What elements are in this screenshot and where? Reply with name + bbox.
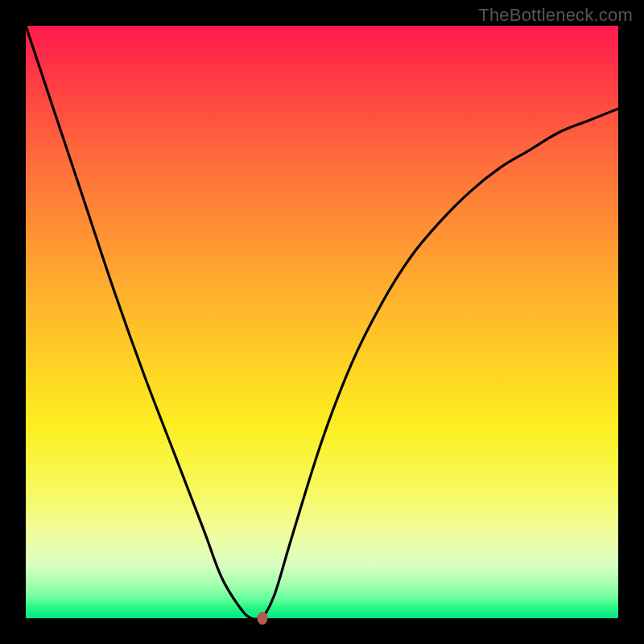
- curve-path: [26, 26, 618, 618]
- minimum-marker: [258, 612, 268, 625]
- chart-frame: TheBottleneck.com: [0, 0, 644, 644]
- watermark-text: TheBottleneck.com: [478, 5, 633, 26]
- plot-area: [26, 26, 618, 618]
- bottleneck-curve: [26, 26, 618, 618]
